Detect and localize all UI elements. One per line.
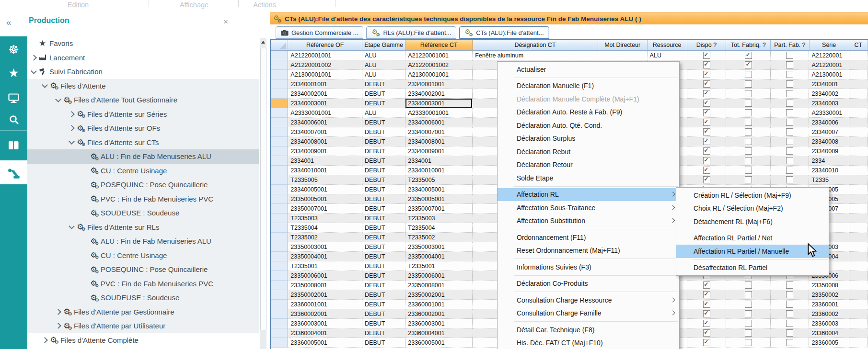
column-header-serie[interactable]: Série: [810, 40, 849, 51]
cell-tot[interactable]: [726, 319, 771, 328]
cell-ref_of[interactable]: 23350004001: [288, 252, 362, 261]
cell-dispo[interactable]: [687, 127, 726, 137]
cell-ref_of[interactable]: 23350007001: [288, 204, 362, 214]
checkbox-unchecked[interactable]: [786, 80, 793, 88]
cell-ref_of[interactable]: A23330001001: [288, 108, 362, 118]
cell-ref_ct[interactable]: 23350008001: [405, 281, 473, 290]
submenu-item[interactable]: Désaffectation RL Partiel: [676, 261, 829, 275]
checkbox-checked[interactable]: [703, 147, 710, 155]
cell-ref_ct[interactable]: T2335003: [405, 214, 473, 223]
column-header-tot[interactable]: Tot. Fabriq. ?: [726, 40, 771, 51]
menu-edition[interactable]: Edition: [30, 1, 126, 9]
cell-etape[interactable]: DEBUT: [362, 271, 405, 281]
row-selector[interactable]: [271, 261, 288, 271]
cell-ct2[interactable]: [849, 194, 868, 204]
chevron-down-icon[interactable]: [68, 141, 75, 144]
checkbox-unchecked[interactable]: [786, 128, 793, 135]
row-selector[interactable]: [271, 271, 288, 281]
cell-etape[interactable]: DEBUT: [362, 290, 405, 300]
cell-part[interactable]: [771, 300, 809, 309]
cell-part[interactable]: [771, 89, 809, 99]
cell-dispo[interactable]: [687, 290, 726, 300]
cell-ref_of[interactable]: 23360001001: [288, 300, 362, 309]
checkbox-checked[interactable]: [745, 61, 752, 68]
chevron-right-icon[interactable]: [68, 126, 75, 130]
context-menu-item[interactable]: Déclaration Auto. Qté. Cond.: [498, 119, 679, 132]
chevron-down-icon[interactable]: [30, 70, 37, 73]
checkbox-checked[interactable]: [703, 176, 710, 183]
cell-serie[interactable]: 23340006: [809, 118, 849, 127]
cell-etape[interactable]: ALU: [362, 108, 405, 118]
cell-part[interactable]: [771, 328, 809, 338]
cell-etape[interactable]: DEBUT: [362, 242, 405, 252]
cell-ct2[interactable]: [849, 338, 868, 348]
cell-dispo[interactable]: [687, 118, 726, 127]
row-selector[interactable]: [271, 204, 288, 214]
column-header-ct2[interactable]: CT: [849, 40, 868, 51]
cell-ref_ct[interactable]: 23360002001: [405, 309, 473, 319]
cell-ref_ct[interactable]: 23350006001: [405, 271, 473, 281]
cell-etape[interactable]: DEBUT: [362, 127, 405, 137]
context-menu-item[interactable]: Déclaration Auto. Reste à Fab. (F9): [498, 106, 679, 119]
checkbox-checked[interactable]: [703, 291, 710, 298]
checkbox-unchecked[interactable]: [786, 90, 793, 97]
cell-etape[interactable]: DEBUT: [362, 252, 405, 261]
cell-dispo[interactable]: [687, 137, 726, 146]
cell-dispo[interactable]: [687, 300, 726, 309]
cell-part[interactable]: [771, 175, 809, 185]
cell-ct2[interactable]: [849, 290, 868, 300]
checkbox-unchecked[interactable]: [786, 329, 793, 337]
row-selector[interactable]: [271, 89, 288, 99]
cell-tot[interactable]: [726, 309, 771, 319]
checkbox-unchecked[interactable]: [786, 71, 793, 78]
checkbox-checked[interactable]: [703, 301, 710, 308]
checkbox-unchecked[interactable]: [745, 176, 752, 183]
cell-ref_of[interactable]: 23350006001: [288, 271, 362, 281]
tree-item[interactable]: ⚙⚙PVC : Fin de Fab Menuiseries PVC: [27, 192, 259, 206]
cell-ct2[interactable]: [849, 166, 868, 175]
context-menu-item[interactable]: Ordonnancement (F11): [498, 231, 679, 244]
tree-item[interactable]: ⚙⚙PVC : Fin de Fab Menuiseries PVC: [27, 277, 259, 291]
chevron-right-icon[interactable]: [30, 56, 37, 60]
tree-item[interactable]: ⚙⚙POSEQUINC : Pose Quincaillerie: [27, 262, 259, 277]
cell-ref_of[interactable]: 23360005001: [288, 338, 362, 348]
cell-etape[interactable]: DEBUT: [362, 194, 405, 204]
cell-tot[interactable]: [726, 338, 771, 348]
checkbox-unchecked[interactable]: [786, 167, 793, 174]
checkbox-checked[interactable]: [703, 167, 710, 174]
chevron-down-icon[interactable]: [54, 99, 62, 101]
robot-arm-icon[interactable]: [0, 160, 27, 184]
cell-ref_ct[interactable]: 23340007001: [405, 127, 473, 137]
cell-ref_ct[interactable]: T2335005: [405, 175, 473, 185]
panel-collapse-button[interactable]: «: [6, 17, 12, 28]
checkbox-unchecked[interactable]: [786, 301, 793, 308]
cell-ct2[interactable]: [849, 309, 868, 319]
columns-icon[interactable]: [0, 135, 27, 156]
cell-serie[interactable]: 23340007: [809, 127, 849, 137]
row-selector[interactable]: [271, 70, 288, 79]
cell-dispo[interactable]: [687, 60, 726, 70]
context-menu-item[interactable]: Déclaration Co-Produits: [498, 277, 679, 291]
column-header-designation[interactable]: Désignation CT: [473, 40, 598, 51]
tree-item[interactable]: ⚙⚙Files d'Attente sur OFs: [27, 121, 259, 135]
tab-cts-active[interactable]: ⚙⚙CTs (ALU):File d'attent...: [459, 26, 549, 39]
cell-tot[interactable]: [726, 156, 771, 166]
context-menu-item[interactable]: Reset Ordonnancement (Maj+F11): [498, 244, 679, 258]
tree-item[interactable]: ⚙⚙Files d'Attente: [27, 79, 259, 93]
cell-ref_of[interactable]: 23340003001: [288, 99, 362, 108]
row-selector[interactable]: [271, 194, 288, 204]
cell-ref_of[interactable]: 23360002001: [288, 309, 362, 319]
chevron-right-icon[interactable]: [68, 112, 75, 116]
cell-dispo[interactable]: [687, 338, 726, 348]
chevron-right-icon[interactable]: [54, 310, 62, 314]
tree-item[interactable]: ⚙⚙ALU : Fin de Fab Menuiseries ALU: [27, 149, 259, 164]
cell-dispo[interactable]: [687, 309, 726, 319]
cell-dispo[interactable]: [687, 99, 726, 108]
cell-ref_of[interactable]: 23350003001: [288, 242, 362, 252]
cell-ct2[interactable]: [849, 319, 868, 328]
row-selector[interactable]: [271, 108, 288, 118]
cell-tot[interactable]: [726, 127, 771, 137]
cell-ref_ct[interactable]: 23340008001: [405, 137, 473, 146]
cell-ref_of[interactable]: 23350002001: [288, 290, 362, 300]
cell-ct2[interactable]: [849, 233, 868, 242]
